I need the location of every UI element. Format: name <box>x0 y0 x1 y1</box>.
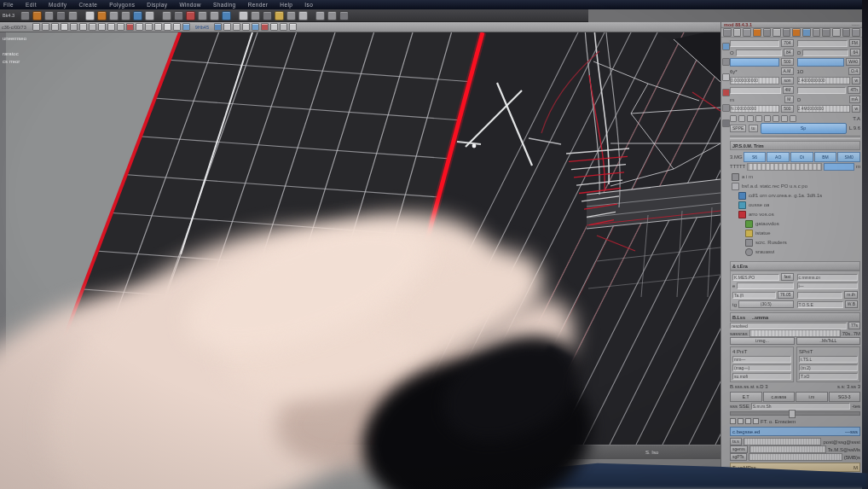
spinner-button[interactable]: 4Th <box>848 86 860 94</box>
small-button[interactable]: SPPE <box>730 125 746 132</box>
field[interactable] <box>802 49 848 56</box>
shelf-icon[interactable] <box>162 11 171 20</box>
toolbar-icon[interactable] <box>242 23 250 31</box>
mini-icon[interactable] <box>790 115 796 122</box>
stripe-button[interactable]: 500 <box>781 105 793 113</box>
panel-icon[interactable] <box>832 28 841 37</box>
rollout-header[interactable]: B.Lss ..smma <box>730 312 860 322</box>
panel-icon[interactable] <box>802 28 811 37</box>
menu-item[interactable]: Edit <box>26 2 37 8</box>
toolbar-icon[interactable] <box>79 23 87 31</box>
panel-icon[interactable] <box>773 28 781 37</box>
field[interactable]: S.m.m.Sh <box>751 403 850 410</box>
blue-tab[interactable]: Oi <box>790 152 813 162</box>
toolbar-icon[interactable] <box>280 23 287 31</box>
checkbox[interactable] <box>738 418 744 424</box>
spinner-button[interactable]: A.M <box>781 67 794 75</box>
list-item[interactable]: arro vos.os <box>732 210 860 218</box>
mini-icon[interactable] <box>755 115 762 122</box>
list-item[interactable]: bsf.a.d. statc.rec PO u.s.c po <box>732 182 860 190</box>
lower-tab[interactable]: E.T <box>730 392 762 402</box>
shelf-icon[interactable] <box>298 11 308 20</box>
menu-item[interactable]: Iso <box>304 2 313 8</box>
field[interactable]: i— <box>797 282 859 289</box>
mini-icon[interactable] <box>764 115 771 122</box>
spinner-button[interactable]: 64 <box>850 49 860 56</box>
panel-button[interactable]: i.msg... <box>730 337 795 345</box>
mini-icon[interactable] <box>738 115 745 122</box>
rail-icon[interactable] <box>722 43 730 50</box>
spinner-button[interactable]: FM <box>849 39 860 47</box>
mini-icon[interactable] <box>747 115 754 122</box>
panel-icon[interactable] <box>753 28 761 37</box>
slider-button[interactable]: 500 <box>781 58 793 66</box>
checkbox[interactable] <box>753 418 759 424</box>
field-button[interactable]: m.th <box>844 291 858 299</box>
checkbox[interactable] <box>730 418 736 424</box>
stripe-button[interactable]: son <box>781 77 793 84</box>
row-button[interactable]: sgems <box>730 445 748 453</box>
field[interactable]: su.mofi <box>732 373 791 380</box>
dotted-field[interactable] <box>749 453 842 461</box>
shelf-icon[interactable] <box>286 11 296 20</box>
shelf-icon[interactable] <box>339 11 349 20</box>
toolbar-icon[interactable] <box>107 23 115 31</box>
shelf-icon[interactable] <box>186 11 195 20</box>
shelf-icon[interactable] <box>315 11 325 20</box>
shelf-icon[interactable] <box>145 11 154 20</box>
shelf-icon[interactable] <box>56 11 66 20</box>
toolbar-icon[interactable] <box>89 23 96 31</box>
slider-handle[interactable] <box>789 410 796 418</box>
shelf-icon[interactable] <box>32 11 42 20</box>
row-button[interactable]: ts.s <box>730 438 742 445</box>
list-item[interactable]: scrc. Rusders <box>732 238 860 247</box>
rail-icon[interactable] <box>722 104 730 112</box>
stripe-field[interactable]: 0.0000000000 <box>730 77 779 84</box>
mini-icon[interactable] <box>730 115 737 122</box>
toolbar-icon[interactable] <box>182 23 190 31</box>
stripe-button[interactable]: w <box>852 77 860 84</box>
stripe-field[interactable]: 2.4M0000000 <box>797 105 851 113</box>
blue-tab[interactable]: BM <box>814 152 837 162</box>
toolbar-icon[interactable] <box>173 23 181 31</box>
blue-tab[interactable]: AO <box>767 152 790 162</box>
rail-icon[interactable] <box>722 58 730 66</box>
blue-tab[interactable]: S6 <box>744 152 767 162</box>
field[interactable] <box>797 87 847 94</box>
shelf-icon[interactable] <box>198 11 207 20</box>
menu-item[interactable]: Render <box>248 2 269 8</box>
shelf-icon[interactable] <box>275 11 284 20</box>
list-item[interactable]: srauasvi <box>732 247 860 256</box>
blue-slider[interactable] <box>797 58 845 67</box>
list-item[interactable]: cdf1 orn orv.orea.e. g.1a. 3dft.1s <box>732 191 860 200</box>
shelf-icon[interactable] <box>121 11 130 20</box>
panel-icon[interactable] <box>723 28 732 37</box>
menu-item[interactable]: Polygons <box>109 2 135 8</box>
panel-icon[interactable] <box>783 28 791 37</box>
shelf-icon[interactable] <box>263 11 272 20</box>
menu-item[interactable]: Create <box>78 2 97 8</box>
toolbar-icon[interactable] <box>270 23 278 31</box>
shelf-icon[interactable] <box>174 11 183 20</box>
dropdown-button[interactable]: 77s <box>848 322 860 329</box>
shelf-icon[interactable] <box>133 11 142 20</box>
toolbar-icon[interactable] <box>117 23 124 31</box>
highlighted-row[interactable]: c.begsse.ed —sss <box>730 427 860 436</box>
menu-item[interactable]: File <box>3 2 14 8</box>
panel-icon[interactable] <box>743 28 751 37</box>
toolbar-icon[interactable] <box>61 23 68 31</box>
scrub-ticks[interactable] <box>747 163 822 171</box>
toolbar-icon[interactable] <box>223 23 231 31</box>
toolbar-icon[interactable] <box>70 23 78 31</box>
shelf-icon[interactable] <box>68 11 78 20</box>
lower-tab[interactable]: SG3-3 <box>829 392 861 402</box>
panel-icon[interactable] <box>763 28 772 37</box>
field[interactable]: T.xO <box>799 373 858 380</box>
field[interactable]: (m.2) <box>799 364 858 371</box>
field[interactable] <box>736 49 782 56</box>
rollout-header[interactable]: & t.Era <box>730 261 860 271</box>
slider-track[interactable] <box>730 411 860 416</box>
toolbar-icon[interactable] <box>126 23 134 31</box>
rail-icon[interactable] <box>722 73 730 81</box>
field[interactable] <box>730 87 781 94</box>
